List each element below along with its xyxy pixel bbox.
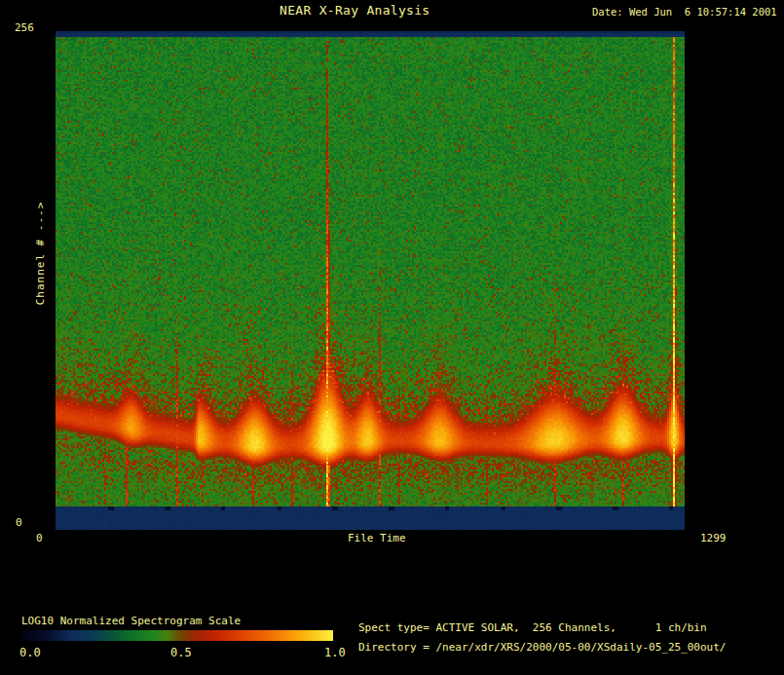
y-axis-max-label: 256	[15, 21, 34, 34]
y-axis-min-label: 0	[16, 516, 22, 529]
near-xray-analysis-window: NEAR X-Ray Analysis Date: Wed Jun 6 10:5…	[0, 0, 784, 675]
spect-type-line: Spect type= ACTIVE SOLAR, 256 Channels, …	[358, 621, 707, 634]
x-axis-title: File Time	[348, 532, 406, 544]
colorbar-tick-1: 0.5	[170, 647, 192, 659]
spectrogram-heatmap[interactable]	[56, 31, 685, 530]
colorbar-tick-2: 1.0	[324, 647, 346, 659]
page-title: NEAR X-Ray Analysis	[280, 4, 429, 17]
colorbar-title: LOG10 Normalized Spectrogram Scale	[21, 615, 241, 627]
x-axis-min-label: 0	[36, 532, 43, 544]
directory-line: Directory = /near/xdr/XRS/2000/05-00/XSd…	[358, 641, 727, 654]
colorbar-tick-0: 0.0	[19, 647, 41, 659]
x-axis-max-label: 1299	[700, 532, 727, 544]
datetime-label: Date: Wed Jun 6 10:57:14 2001	[592, 6, 777, 19]
colorbar-gradient	[21, 630, 333, 641]
